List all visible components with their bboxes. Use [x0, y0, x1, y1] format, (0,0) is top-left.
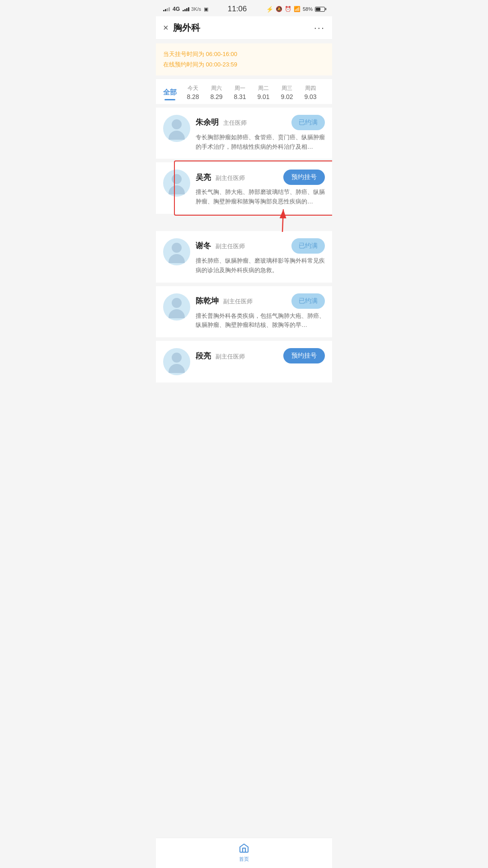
book-button-wu[interactable]: 预约挂号 — [283, 170, 325, 185]
alarm-icon: ⏰ — [285, 6, 291, 12]
doctor-name-title: 朱余明 主任医师 — [196, 117, 247, 127]
tab-9.02[interactable]: 周三 9.02 — [275, 79, 299, 104]
speed-label: 3K/s — [191, 6, 201, 12]
tab-9.03[interactable]: 周四 9.03 — [299, 79, 322, 104]
doctor-desc-xie: 擅长肺癌、纵膈肿瘤、磨玻璃样影等胸外科常见疾病的诊治及胸外科疾病的急救。 — [196, 256, 325, 275]
signal-icon2 — [183, 7, 189, 11]
notice-line1: 当天挂号时间为 06:00-16:00 — [163, 49, 325, 59]
network-label: 4G — [173, 6, 180, 12]
doctor-title-wu: 副主任医师 — [216, 175, 245, 181]
doctor-info-xie-dong: 谢冬 副主任医师 已约满 擅长肺癌、纵膈肿瘤、磨玻璃样影等胸外科常见疾病的诊治及… — [196, 238, 325, 275]
avatar-chen-qiankun — [163, 293, 190, 321]
arrow-spacer — [156, 217, 332, 231]
page-title: 胸外科 — [173, 22, 200, 34]
doctor-card-zhu-yuming: 朱余明 主任医师 已约满 专长胸部肿瘤如肺癌、食管癌、贲门癌、纵膈肿瘤的手术治疗… — [156, 108, 332, 159]
tab-8.29[interactable]: 周六 8.29 — [205, 79, 228, 104]
doctor-name-title-xie: 谢冬 副主任医师 — [196, 241, 245, 251]
mute-icon: 🔕 — [276, 6, 282, 12]
doctor-name-title-wu: 吴亮 副主任医师 — [196, 172, 245, 183]
doctor-name-row-duan: 段亮 副主任医师 预约挂号 — [196, 348, 325, 363]
header: × 胸外科 ··· — [156, 16, 332, 40]
tab-all[interactable]: 全部 — [159, 83, 181, 100]
notice-line2: 在线预约时间为 00:00-23:59 — [163, 59, 325, 70]
book-full-button-chen[interactable]: 已约满 — [291, 293, 325, 309]
doctor-name-title-duan: 段亮 副主任医师 — [196, 351, 245, 361]
avatar-xie-dong — [163, 238, 190, 265]
doctor-name-row: 朱余明 主任医师 已约满 — [196, 115, 325, 130]
doctor-card-chen-qiankun: 陈乾坤 副主任医师 已约满 擅长普胸外科各类疾病，包括气胸肺大疱、肺癌、纵膈肿瘤… — [156, 286, 332, 338]
storage-icon: ▣ — [204, 6, 208, 12]
bluetooth-icon: ⚡ — [266, 6, 273, 13]
doctor-title: 主任医师 — [223, 119, 247, 126]
doctor-name-row-wu: 吴亮 副主任医师 预约挂号 — [196, 170, 325, 185]
doctor-title-duan: 副主任医师 — [216, 353, 245, 360]
status-bar: 4G 3K/s ▣ 11:06 ⚡ 🔕 ⏰ 📶 58% — [156, 0, 332, 16]
header-left: × 胸外科 — [163, 22, 200, 34]
tab-9.01[interactable]: 周二 9.01 — [252, 79, 275, 104]
doctor-name-chen: 陈乾坤 — [196, 297, 219, 305]
status-left: 4G 3K/s ▣ — [163, 6, 208, 12]
doctor-info-duan: 段亮 副主任医师 预约挂号 — [196, 348, 325, 366]
doctor-name-duan: 段亮 — [196, 352, 211, 360]
date-tabs: 全部 今天 8.28 周六 8.29 周一 8.31 周二 9.01 周三 9.… — [156, 79, 332, 104]
avatar-wu-liang — [163, 170, 190, 197]
doctor-info-zhu-yuming: 朱余明 主任医师 已约满 专长胸部肿瘤如肺癌、食管癌、贲门癌、纵膈肿瘤的手术治疗… — [196, 115, 325, 152]
avatar-zhu-yuming — [163, 115, 190, 142]
doctor-card-xie-dong: 谢冬 副主任医师 已约满 擅长肺癌、纵膈肿瘤、磨玻璃样影等胸外科常见疾病的诊治及… — [156, 231, 332, 283]
svg-line-1 — [282, 209, 283, 232]
doctor-list: 朱余明 主任医师 已约满 专长胸部肿瘤如肺癌、食管癌、贲门癌、纵膈肿瘤的手术治疗… — [156, 108, 332, 418]
close-button[interactable]: × — [163, 23, 169, 33]
doctor-card-duan-liang: 段亮 副主任医师 预约挂号 — [156, 341, 332, 382]
doctor-desc-chen: 擅长普胸外科各类疾病，包括气胸肺大疱、肺癌、纵膈肿瘤、胸壁肿瘤和结核、脓胸等的早… — [196, 311, 325, 330]
avatar-duan-liang — [163, 348, 190, 375]
battery-label: 58% — [303, 6, 313, 12]
doctor-name-xie: 谢冬 — [196, 241, 211, 250]
doctor-desc-wu: 擅长气胸、肺大疱、肺部磨玻璃结节、肺癌、纵膈肿瘤、胸壁肿瘤和脓胸等胸部良恶性疾病… — [196, 188, 325, 207]
clock: 11:06 — [228, 5, 247, 14]
book-full-button-xie[interactable]: 已约满 — [291, 238, 325, 254]
more-button[interactable]: ··· — [314, 22, 325, 34]
doctor-card-wu-liang: 吴亮 副主任医师 预约挂号 擅长气胸、肺大疱、肺部磨玻璃结节、肺癌、纵膈肿瘤、胸… — [156, 162, 332, 214]
doctor-name-row-chen: 陈乾坤 副主任医师 已约满 — [196, 293, 325, 309]
doctor-name-row-xie: 谢冬 副主任医师 已约满 — [196, 238, 325, 254]
book-button-duan[interactable]: 预约挂号 — [283, 348, 325, 363]
doctor-title-chen: 副主任医师 — [223, 298, 253, 305]
wifi-icon: 📶 — [294, 6, 300, 12]
book-full-button-zhu[interactable]: 已约满 — [291, 115, 325, 130]
doctor-desc: 专长胸部肿瘤如肺癌、食管癌、贲门癌、纵膈肿瘤的手术治疗，肺结核性疾病的外科治疗及… — [196, 133, 325, 152]
doctor-name-title-chen: 陈乾坤 副主任医师 — [196, 296, 253, 306]
status-right: ⚡ 🔕 ⏰ 📶 58% — [266, 6, 325, 13]
doctor-info-wu-liang: 吴亮 副主任医师 预约挂号 擅长气胸、肺大疱、肺部磨玻璃结节、肺癌、纵膈肿瘤、胸… — [196, 170, 325, 207]
tab-8.28[interactable]: 今天 8.28 — [181, 79, 205, 104]
signal-icon — [163, 7, 170, 11]
battery-icon — [315, 7, 325, 12]
doctor-info-chen: 陈乾坤 副主任医师 已约满 擅长普胸外科各类疾病，包括气胸肺大疱、肺癌、纵膈肿瘤… — [196, 293, 325, 330]
tab-8.31[interactable]: 周一 8.31 — [228, 79, 252, 104]
doctor-name-wu: 吴亮 — [196, 173, 211, 182]
doctor-title-xie: 副主任医师 — [216, 243, 245, 250]
red-arrow — [255, 205, 291, 236]
notice-bar: 当天挂号时间为 06:00-16:00 在线预约时间为 00:00-23:59 — [156, 43, 332, 75]
doctor-name: 朱余明 — [196, 118, 219, 127]
